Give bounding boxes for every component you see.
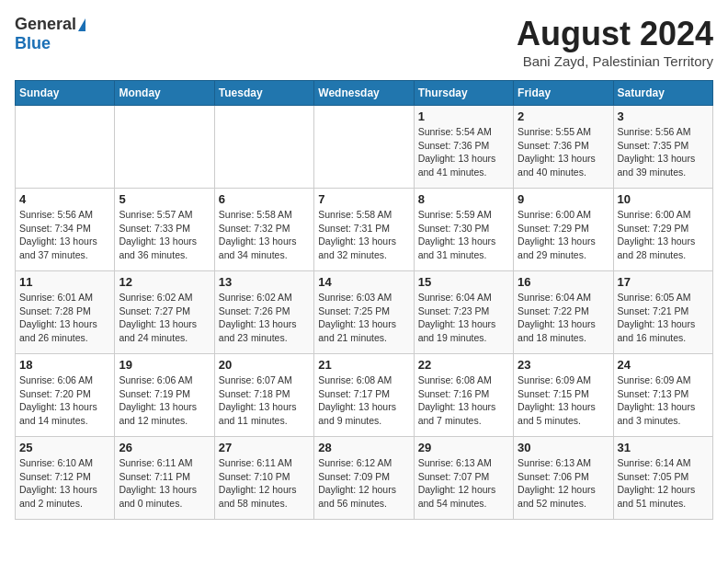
logo-blue-text: Blue (15, 34, 51, 53)
calendar-week-row: 11Sunrise: 6:01 AMSunset: 7:28 PMDayligh… (16, 271, 713, 354)
calendar-day-cell: 8Sunrise: 5:59 AMSunset: 7:30 PMDaylight… (414, 189, 513, 271)
logo-icon (78, 18, 85, 31)
calendar-day-cell: 7Sunrise: 5:58 AMSunset: 7:31 PMDaylight… (314, 189, 414, 271)
calendar-day-cell: 2Sunrise: 5:55 AMSunset: 7:36 PMDaylight… (514, 106, 613, 189)
day-info: Sunrise: 6:09 AMSunset: 7:15 PMDaylight:… (518, 373, 609, 428)
day-number: 2 (518, 109, 609, 123)
title-area: August 2024 Bani Zayd, Palestinian Terri… (517, 15, 713, 69)
day-number: 27 (219, 441, 310, 454)
calendar-day-cell: 25Sunrise: 6:10 AMSunset: 7:12 PMDayligh… (16, 437, 115, 520)
day-number: 25 (19, 441, 110, 454)
day-number: 6 (219, 192, 310, 206)
day-info: Sunrise: 5:58 AMSunset: 7:31 PMDaylight:… (318, 208, 409, 262)
day-number: 23 (518, 358, 609, 372)
calendar-day-header: Tuesday (214, 81, 313, 106)
calendar-day-header: Monday (115, 81, 214, 106)
calendar-day-cell: 29Sunrise: 6:13 AMSunset: 7:07 PMDayligh… (414, 437, 513, 520)
calendar-day-cell: 18Sunrise: 6:06 AMSunset: 7:20 PMDayligh… (16, 354, 115, 437)
calendar-day-cell: 15Sunrise: 6:04 AMSunset: 7:23 PMDayligh… (414, 271, 513, 354)
day-info: Sunrise: 6:06 AMSunset: 7:20 PMDaylight:… (19, 373, 110, 428)
calendar-day-cell: 17Sunrise: 6:05 AMSunset: 7:21 PMDayligh… (613, 271, 712, 354)
calendar-day-cell: 5Sunrise: 5:57 AMSunset: 7:33 PMDaylight… (115, 189, 214, 271)
day-number: 28 (318, 441, 409, 454)
calendar-day-header: Saturday (613, 81, 712, 106)
calendar-week-row: 4Sunrise: 5:56 AMSunset: 7:34 PMDaylight… (16, 189, 713, 271)
calendar-day-cell: 12Sunrise: 6:02 AMSunset: 7:27 PMDayligh… (115, 271, 214, 354)
calendar-day-cell: 28Sunrise: 6:12 AMSunset: 7:09 PMDayligh… (314, 437, 414, 520)
calendar-day-cell (16, 106, 115, 189)
day-info: Sunrise: 6:01 AMSunset: 7:28 PMDaylight:… (19, 291, 110, 345)
day-info: Sunrise: 6:02 AMSunset: 7:26 PMDaylight:… (219, 291, 310, 345)
calendar-day-cell: 11Sunrise: 6:01 AMSunset: 7:28 PMDayligh… (16, 271, 115, 354)
page-header: General Blue August 2024 Bani Zayd, Pale… (15, 15, 713, 69)
calendar-day-cell: 31Sunrise: 6:14 AMSunset: 7:05 PMDayligh… (613, 437, 712, 520)
day-info: Sunrise: 6:04 AMSunset: 7:23 PMDaylight:… (418, 291, 509, 345)
day-number: 4 (19, 192, 110, 206)
calendar-day-cell: 23Sunrise: 6:09 AMSunset: 7:15 PMDayligh… (514, 354, 613, 437)
calendar-day-cell (115, 106, 214, 189)
day-info: Sunrise: 6:14 AMSunset: 7:05 PMDaylight:… (618, 456, 709, 511)
day-number: 22 (418, 358, 509, 372)
day-info: Sunrise: 6:05 AMSunset: 7:21 PMDaylight:… (618, 291, 709, 345)
day-number: 16 (518, 275, 609, 289)
day-info: Sunrise: 6:11 AMSunset: 7:11 PMDaylight:… (119, 456, 210, 511)
day-number: 18 (19, 358, 110, 372)
calendar-header-row: SundayMondayTuesdayWednesdayThursdayFrid… (16, 81, 713, 106)
day-number: 14 (318, 275, 409, 289)
location-subtitle: Bani Zayd, Palestinian Territory (517, 53, 713, 69)
calendar-day-cell (214, 106, 313, 189)
calendar-day-header: Thursday (414, 81, 513, 106)
day-info: Sunrise: 6:09 AMSunset: 7:13 PMDaylight:… (618, 373, 709, 428)
calendar-week-row: 1Sunrise: 5:54 AMSunset: 7:36 PMDaylight… (16, 106, 713, 189)
calendar-day-cell (314, 106, 414, 189)
day-info: Sunrise: 6:11 AMSunset: 7:10 PMDaylight:… (219, 456, 310, 511)
day-info: Sunrise: 5:57 AMSunset: 7:33 PMDaylight:… (119, 208, 210, 262)
calendar-day-header: Friday (514, 81, 613, 106)
day-info: Sunrise: 5:58 AMSunset: 7:32 PMDaylight:… (219, 208, 310, 262)
day-number: 10 (618, 192, 709, 206)
calendar-day-cell: 1Sunrise: 5:54 AMSunset: 7:36 PMDaylight… (414, 106, 513, 189)
calendar-day-cell: 4Sunrise: 5:56 AMSunset: 7:34 PMDaylight… (16, 189, 115, 271)
logo-general-text: General (15, 15, 76, 34)
day-info: Sunrise: 5:56 AMSunset: 7:34 PMDaylight:… (19, 208, 110, 262)
day-info: Sunrise: 6:00 AMSunset: 7:29 PMDaylight:… (518, 208, 609, 262)
day-info: Sunrise: 5:55 AMSunset: 7:36 PMDaylight:… (518, 125, 609, 179)
day-info: Sunrise: 6:00 AMSunset: 7:29 PMDaylight:… (618, 208, 709, 262)
calendar-day-cell: 26Sunrise: 6:11 AMSunset: 7:11 PMDayligh… (115, 437, 214, 520)
calendar-week-row: 25Sunrise: 6:10 AMSunset: 7:12 PMDayligh… (16, 437, 713, 520)
day-info: Sunrise: 6:07 AMSunset: 7:18 PMDaylight:… (219, 373, 310, 428)
day-number: 3 (618, 109, 709, 123)
calendar-day-cell: 30Sunrise: 6:13 AMSunset: 7:06 PMDayligh… (514, 437, 613, 520)
day-info: Sunrise: 6:13 AMSunset: 7:07 PMDaylight:… (418, 456, 509, 511)
day-number: 21 (318, 358, 409, 372)
day-info: Sunrise: 6:13 AMSunset: 7:06 PMDaylight:… (518, 456, 609, 511)
day-number: 17 (618, 275, 709, 289)
calendar-week-row: 18Sunrise: 6:06 AMSunset: 7:20 PMDayligh… (16, 354, 713, 437)
calendar-day-cell: 13Sunrise: 6:02 AMSunset: 7:26 PMDayligh… (214, 271, 313, 354)
day-number: 12 (119, 275, 210, 289)
logo: General Blue (15, 15, 85, 53)
day-info: Sunrise: 5:56 AMSunset: 7:35 PMDaylight:… (618, 125, 709, 179)
day-number: 15 (418, 275, 509, 289)
day-info: Sunrise: 6:03 AMSunset: 7:25 PMDaylight:… (318, 291, 409, 345)
calendar-day-cell: 6Sunrise: 5:58 AMSunset: 7:32 PMDaylight… (214, 189, 313, 271)
calendar-day-header: Wednesday (314, 81, 414, 106)
calendar-day-cell: 21Sunrise: 6:08 AMSunset: 7:17 PMDayligh… (314, 354, 414, 437)
day-number: 11 (19, 275, 110, 289)
day-number: 5 (119, 192, 210, 206)
day-number: 1 (418, 109, 509, 123)
day-info: Sunrise: 6:10 AMSunset: 7:12 PMDaylight:… (19, 456, 110, 511)
calendar-day-cell: 27Sunrise: 6:11 AMSunset: 7:10 PMDayligh… (214, 437, 313, 520)
calendar-day-cell: 3Sunrise: 5:56 AMSunset: 7:35 PMDaylight… (613, 106, 712, 189)
calendar-table: SundayMondayTuesdayWednesdayThursdayFrid… (15, 80, 713, 520)
calendar-day-cell: 19Sunrise: 6:06 AMSunset: 7:19 PMDayligh… (115, 354, 214, 437)
day-number: 24 (618, 358, 709, 372)
calendar-day-cell: 9Sunrise: 6:00 AMSunset: 7:29 PMDaylight… (514, 189, 613, 271)
month-year-title: August 2024 (517, 15, 713, 53)
calendar-day-cell: 24Sunrise: 6:09 AMSunset: 7:13 PMDayligh… (613, 354, 712, 437)
calendar-day-cell: 20Sunrise: 6:07 AMSunset: 7:18 PMDayligh… (214, 354, 313, 437)
day-info: Sunrise: 6:02 AMSunset: 7:27 PMDaylight:… (119, 291, 210, 345)
day-number: 20 (219, 358, 310, 372)
calendar-day-header: Sunday (16, 81, 115, 106)
day-number: 19 (119, 358, 210, 372)
